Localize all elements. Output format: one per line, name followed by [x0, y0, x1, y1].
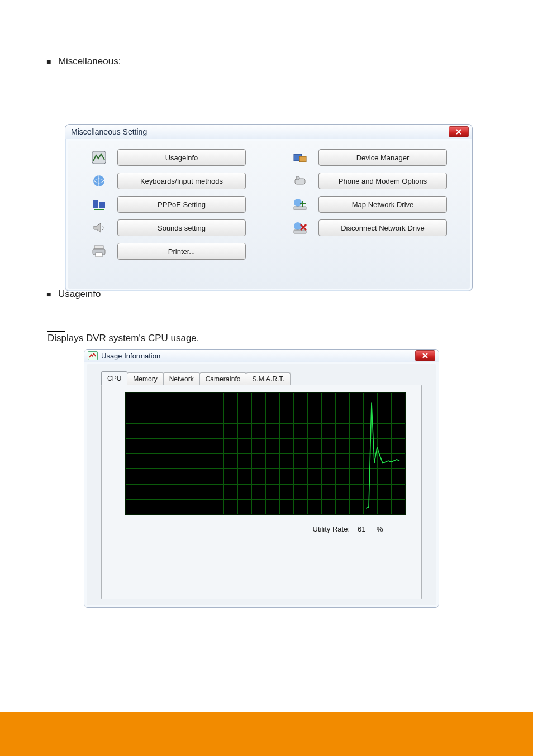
tab-network[interactable]: Network	[163, 372, 200, 385]
section-underline	[47, 331, 65, 332]
close-icon	[456, 129, 461, 135]
bullet-square-icon: ■	[46, 290, 51, 299]
utility-rate-label: Utility Rate:	[313, 525, 350, 533]
miscellaneous-setting-dialog: Miscellaneous Setting Usageinfo	[65, 124, 473, 291]
svg-rect-9	[299, 156, 306, 162]
utility-rate-unit: %	[377, 525, 388, 533]
caption-cpu-usage: Displays DVR system's CPU usage.	[47, 333, 199, 344]
tab-smart[interactable]: S.M.A.R.T.	[246, 372, 290, 385]
tab-pane-cpu: Utility Rate: 61 %	[101, 385, 422, 599]
printer-icon	[91, 244, 107, 259]
svg-rect-15	[300, 203, 306, 204]
svg-point-12	[294, 199, 302, 207]
sounds-icon	[91, 221, 107, 235]
sounds-setting-button[interactable]: Sounds setting	[117, 219, 246, 236]
dialog-titlebar: Usage Information	[84, 350, 439, 362]
tab-cpu[interactable]: CPU	[101, 371, 127, 385]
svg-rect-3	[99, 202, 105, 208]
svg-rect-7	[96, 253, 102, 257]
page-footer-bar	[0, 712, 533, 756]
keyboards-input-methods-button[interactable]: Keyboards/Input methods	[117, 173, 246, 189]
utility-rate-value: 61	[358, 525, 369, 533]
bullet-miscellaneous-text: Miscellaneous:	[58, 56, 121, 66]
bullet-miscellaneous: ■ Miscellaneous:	[46, 56, 121, 67]
svg-rect-17	[294, 230, 306, 233]
printer-button[interactable]: Printer...	[117, 243, 246, 260]
usageinfo-button[interactable]: Usageinfo	[117, 149, 246, 166]
map-drive-icon	[292, 197, 308, 212]
usage-app-icon	[88, 351, 98, 360]
tab-camerainfo[interactable]: CameraInfo	[199, 372, 247, 385]
right-column: Device Manager Phone and Modem Options M…	[269, 141, 470, 289]
close-button[interactable]	[415, 350, 435, 361]
svg-rect-5	[94, 246, 103, 249]
dialog-titlebar: Miscellaneous Setting	[65, 125, 472, 139]
phone-modem-options-button[interactable]: Phone and Modem Options	[318, 173, 447, 189]
usage-information-dialog: Usage Information CPU Memory Network Cam…	[84, 349, 439, 608]
tab-strip: CPU Memory Network CameraInfo S.M.A.R.T.	[101, 372, 290, 385]
close-icon	[422, 353, 428, 358]
map-network-drive-button[interactable]: Map Network Drive	[318, 196, 447, 213]
disconnect-network-drive-button[interactable]: Disconnect Network Drive	[318, 219, 447, 236]
usageinfo-icon	[91, 150, 107, 165]
left-column: Usageinfo Keyboards/Input methods PPPoE …	[68, 141, 269, 289]
keyboards-icon	[91, 174, 107, 188]
svg-rect-13	[294, 207, 306, 210]
dialog-body: CPU Memory Network CameraInfo S.M.A.R.T.…	[87, 364, 436, 605]
disconnect-drive-icon	[292, 221, 308, 235]
device-manager-icon	[292, 150, 308, 165]
dialog-title: Miscellaneous Setting	[71, 127, 147, 136]
bullet-square-icon: ■	[46, 57, 51, 66]
dialog-body: Usageinfo Keyboards/Input methods PPPoE …	[68, 141, 470, 289]
close-button[interactable]	[449, 126, 469, 137]
device-manager-button[interactable]: Device Manager	[318, 149, 447, 166]
pppoe-icon	[91, 197, 107, 212]
dialog-title: Usage Information	[101, 352, 160, 360]
svg-rect-11	[296, 176, 299, 180]
svg-rect-4	[94, 209, 104, 210]
svg-rect-2	[93, 200, 98, 208]
tab-memory[interactable]: Memory	[127, 372, 163, 385]
cpu-usage-chart	[125, 392, 406, 515]
svg-point-16	[294, 222, 302, 230]
phone-modem-icon	[292, 174, 308, 188]
utility-rate-readout: Utility Rate: 61 %	[313, 525, 388, 533]
pppoe-setting-button[interactable]: PPPoE Setting	[117, 196, 246, 213]
